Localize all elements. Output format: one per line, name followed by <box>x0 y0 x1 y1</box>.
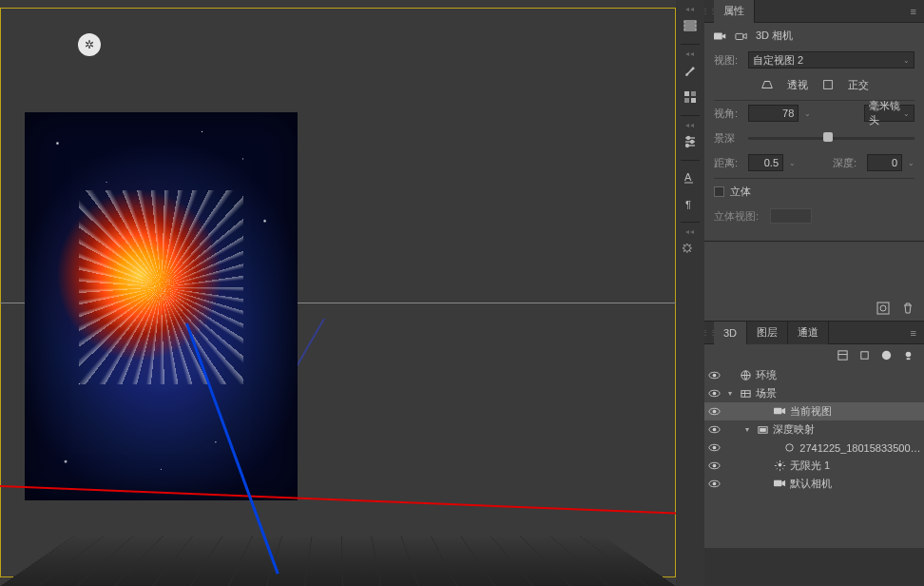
dof-slider[interactable] <box>748 132 914 144</box>
tree-row-3[interactable]: ▾深度映射 <box>704 420 924 439</box>
tree-row-6[interactable]: 默认相机 <box>704 475 924 493</box>
tree-item-label: 默认相机 <box>790 477 832 491</box>
svg-rect-36 <box>774 408 781 415</box>
stereo-checkbox[interactable] <box>714 186 724 197</box>
filter-mesh-icon[interactable] <box>858 349 871 361</box>
properties-tab[interactable]: 属性 <box>714 0 755 23</box>
chevron-down-icon: ⌄ <box>903 109 910 118</box>
tree-item-label: 无限光 1 <box>790 459 830 473</box>
svg-point-35 <box>713 409 717 413</box>
svg-rect-1 <box>684 25 696 27</box>
tree-twisty[interactable]: ▾ <box>725 389 735 398</box>
svg-point-20 <box>880 305 886 311</box>
tree-item-label: 深度映射 <box>773 422 815 437</box>
tree-row-0[interactable]: 环境 <box>704 366 924 384</box>
visibility-eye-icon[interactable] <box>708 405 722 419</box>
tab-layers[interactable]: 图层 <box>747 322 788 344</box>
svg-rect-0 <box>684 21 696 23</box>
visibility-eye-icon[interactable] <box>708 478 722 491</box>
filter-light-icon[interactable] <box>902 349 914 361</box>
tree-row-4[interactable]: 2741225_180158335000_2 ... <box>704 439 924 457</box>
dock-grip[interactable]: ◂◂ <box>677 49 703 58</box>
render-settings-icon[interactable] <box>876 302 890 315</box>
cam-icon <box>773 478 786 491</box>
dock-grip[interactable]: ◂◂ <box>677 226 703 236</box>
cam-icon <box>773 405 786 419</box>
filter-scene-icon[interactable] <box>837 349 849 361</box>
perspective-icon[interactable] <box>760 78 774 91</box>
dock-grip[interactable]: ◂◂ <box>677 4 703 13</box>
tab-channels[interactable]: 通道 <box>788 322 829 344</box>
distance-label: 距离: <box>714 156 742 170</box>
distance-input[interactable]: 0.5 <box>748 154 783 171</box>
camera-live-icon <box>714 29 727 43</box>
svg-rect-19 <box>877 303 889 314</box>
tool-presets-panel-icon[interactable] <box>677 236 703 261</box>
svg-rect-16 <box>714 32 722 39</box>
chevron-down-icon: ⌄ <box>903 56 910 65</box>
panel-grip[interactable]: ⋮⋮ <box>704 328 714 337</box>
svg-rect-18 <box>823 81 832 89</box>
history-panel-icon[interactable] <box>677 13 703 38</box>
svg-point-30 <box>713 391 717 395</box>
perspective-label[interactable]: 透视 <box>787 78 808 92</box>
slider-thumb[interactable] <box>823 132 833 142</box>
tree-row-5[interactable]: 无限光 1 <box>704 457 924 475</box>
light-widget[interactable] <box>78 33 101 56</box>
brush-panel-icon[interactable] <box>677 58 703 83</box>
character-panel-icon[interactable]: A <box>677 165 703 189</box>
properties-tab-label: 属性 <box>723 4 744 18</box>
view-select[interactable]: 自定视图 2 ⌄ <box>748 51 914 68</box>
panel-menu-icon[interactable]: ≡ <box>903 327 924 339</box>
swatches-panel-icon[interactable] <box>677 85 703 109</box>
svg-text:¶: ¶ <box>685 199 691 210</box>
chevron-down-icon[interactable]: ⌄ <box>908 159 914 167</box>
orthographic-icon[interactable] <box>821 78 835 91</box>
tree-row-1[interactable]: ▾场景 <box>704 384 924 402</box>
env-icon <box>739 369 752 382</box>
svg-rect-6 <box>691 98 696 103</box>
properties-type-row: 3D 相机 <box>714 29 914 43</box>
svg-point-12 <box>686 145 689 147</box>
scene-icon <box>739 387 752 400</box>
filter-material-icon[interactable] <box>880 349 893 361</box>
tree-row-2[interactable]: 当前视图 <box>704 402 924 420</box>
visibility-eye-icon[interactable] <box>708 441 721 455</box>
svg-point-8 <box>687 137 690 140</box>
tree-item-label: 场景 <box>756 386 777 400</box>
dof-label: 景深 <box>714 131 742 146</box>
tree-item-label: 2741225_180158335000_2 ... <box>799 442 924 454</box>
canvas-viewport[interactable] <box>0 0 676 586</box>
tab-3d[interactable]: 3D <box>714 322 747 344</box>
svg-point-43 <box>786 444 793 451</box>
3d-scene-tree[interactable]: 环境▾场景当前视图▾深度映射2741225_180158335000_2 ...… <box>704 366 924 548</box>
visibility-eye-icon[interactable] <box>708 423 722 437</box>
tree-twisty[interactable]: ▾ <box>742 425 752 434</box>
svg-rect-40 <box>760 429 765 432</box>
trash-icon[interactable] <box>901 302 914 315</box>
visibility-eye-icon[interactable] <box>708 459 722 473</box>
3d-panel-filter-row <box>704 344 924 366</box>
light-icon <box>773 459 786 473</box>
tree-item-label: 当前视图 <box>790 404 832 419</box>
paragraph-panel-icon[interactable]: ¶ <box>677 191 703 216</box>
chevron-down-icon[interactable]: ⌄ <box>789 159 796 167</box>
visibility-eye-icon[interactable] <box>708 369 722 382</box>
3d-panel-header: ⋮⋮ 3D 图层 通道 ≡ <box>704 322 924 344</box>
dock-grip[interactable]: ◂◂ <box>677 120 703 129</box>
properties-footer <box>704 296 924 322</box>
panel-grip[interactable]: ⋮⋮ <box>704 7 714 15</box>
visibility-eye-icon[interactable] <box>708 387 722 400</box>
chevron-down-icon[interactable]: ⌄ <box>804 109 811 118</box>
svg-rect-21 <box>838 351 847 360</box>
stereo-view-label: 立体视图: <box>714 209 759 224</box>
fov-input[interactable]: 78 <box>748 105 799 122</box>
lens-select[interactable]: 毫米镜头 ⌄ <box>864 105 914 122</box>
svg-point-42 <box>713 445 717 449</box>
nebula-layer-image[interactable] <box>25 112 298 500</box>
adjustments-panel-icon[interactable] <box>677 129 703 154</box>
panel-menu-icon[interactable]: ≡ <box>903 6 924 17</box>
depth-input[interactable]: 0 <box>867 154 902 171</box>
depth-label: 深度: <box>833 156 861 170</box>
orthographic-label[interactable]: 正交 <box>848 78 869 92</box>
